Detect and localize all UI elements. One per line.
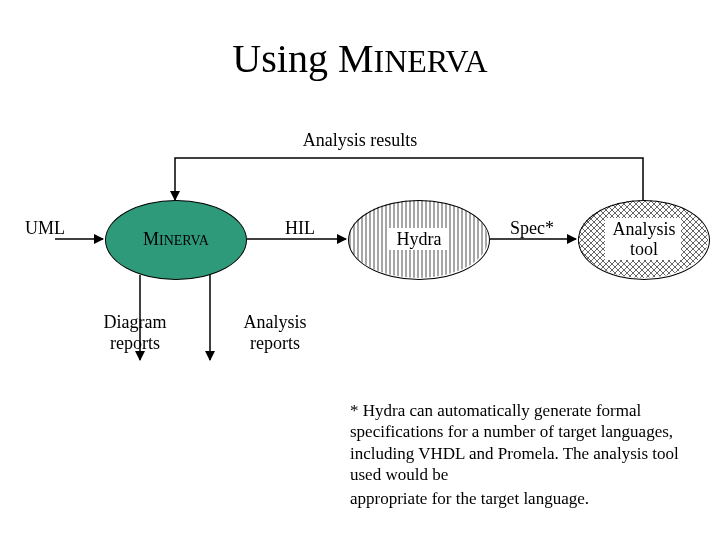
- minerva-caps: INERVA: [159, 233, 209, 248]
- analysis-tool-node: Analysis tool: [578, 200, 710, 280]
- uml-label: UML: [25, 218, 65, 239]
- minerva-pre: M: [143, 229, 159, 249]
- hil-label: HIL: [285, 218, 315, 239]
- hydra-node: Hydra: [348, 200, 490, 280]
- title-caps: INERVA: [373, 43, 487, 79]
- diagram-reports-label: Diagram reports: [75, 312, 195, 354]
- title-pre: Using M: [232, 36, 373, 81]
- minerva-node: MINERVA: [105, 200, 247, 280]
- spec-label: Spec*: [510, 218, 554, 239]
- page-title: Using MINERVA: [0, 35, 720, 82]
- footnote-text-2: appropriate for the target language.: [350, 488, 680, 509]
- hydra-label: Hydra: [397, 230, 442, 250]
- analysis-reports-label: Analysis reports: [215, 312, 335, 354]
- footnote-text: * Hydra can automatically generate forma…: [350, 400, 680, 485]
- analysis-results-label: Analysis results: [0, 130, 720, 151]
- analysis-tool-label: Analysis tool: [613, 220, 676, 260]
